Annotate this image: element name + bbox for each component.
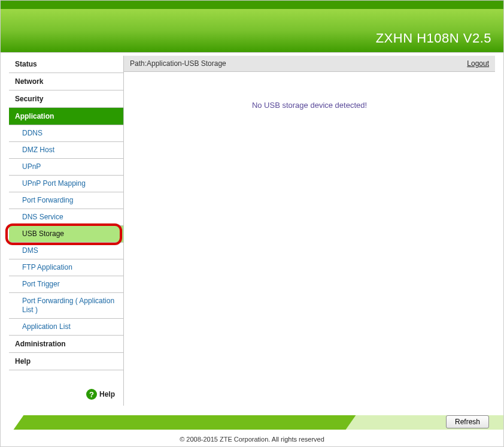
nav-sub-dns-service[interactable]: DNS Service xyxy=(9,209,123,226)
help-icon: ? xyxy=(86,389,97,400)
sidebar-help-link[interactable]: ? Help xyxy=(86,389,115,400)
nav-application[interactable]: Application xyxy=(9,108,123,125)
path-bar: Path:Application-USB Storage Logout xyxy=(124,56,495,72)
logout-link[interactable]: Logout xyxy=(467,59,489,68)
nav-sub-upnp[interactable]: UPnP xyxy=(9,159,123,176)
sidebar-help-label: Help xyxy=(99,390,115,398)
nav-help[interactable]: Help xyxy=(9,353,123,370)
refresh-button[interactable]: Refresh xyxy=(446,415,489,428)
copyright: © 2008-2015 ZTE Corporation. All rights … xyxy=(1,436,503,443)
breadcrumb: Path:Application-USB Storage xyxy=(130,59,226,68)
top-bar xyxy=(1,1,503,9)
nav-sub-application-list[interactable]: Application List xyxy=(9,319,123,336)
nav-sub-dmz-host[interactable]: DMZ Host xyxy=(9,142,123,159)
main-layout: Status Network Security Application DDNS… xyxy=(1,52,503,406)
nav-sub-ftp-application[interactable]: FTP Application xyxy=(9,259,123,276)
header: ZXHN H108N V2.5 xyxy=(1,9,503,52)
nav-administration[interactable]: Administration xyxy=(9,336,123,353)
nav-security[interactable]: Security xyxy=(9,90,123,108)
nav-sub-port-trigger[interactable]: Port Trigger xyxy=(9,276,123,293)
nav-sub-usb-storage-wrap: USB Storage xyxy=(9,226,123,243)
nav-sub-port-forwarding[interactable]: Port Forwarding xyxy=(9,192,123,209)
content: Path:Application-USB Storage Logout No U… xyxy=(124,56,495,406)
content-body: No USB storage device detected! xyxy=(124,72,495,406)
sidebar: Status Network Security Application DDNS… xyxy=(9,56,124,406)
nav-network[interactable]: Network xyxy=(9,73,123,90)
footer: Refresh © 2008-2015 ZTE Corporation. All… xyxy=(1,410,503,446)
usb-status-message: No USB storage device detected! xyxy=(124,101,495,110)
nav-status[interactable]: Status xyxy=(9,56,123,73)
nav-sub-upnp-port-mapping[interactable]: UPnP Port Mapping xyxy=(9,176,123,192)
nav-sub-dms[interactable]: DMS xyxy=(9,243,123,259)
nav-sub-usb-storage[interactable]: USB Storage xyxy=(9,226,123,243)
nav-sub-port-forwarding-app-list[interactable]: Port Forwarding ( Application List ) xyxy=(9,293,123,319)
device-model-title: ZXHN H108N V2.5 xyxy=(376,31,491,46)
footer-stripe xyxy=(1,415,503,430)
nav-sub-ddns[interactable]: DDNS xyxy=(9,125,123,142)
